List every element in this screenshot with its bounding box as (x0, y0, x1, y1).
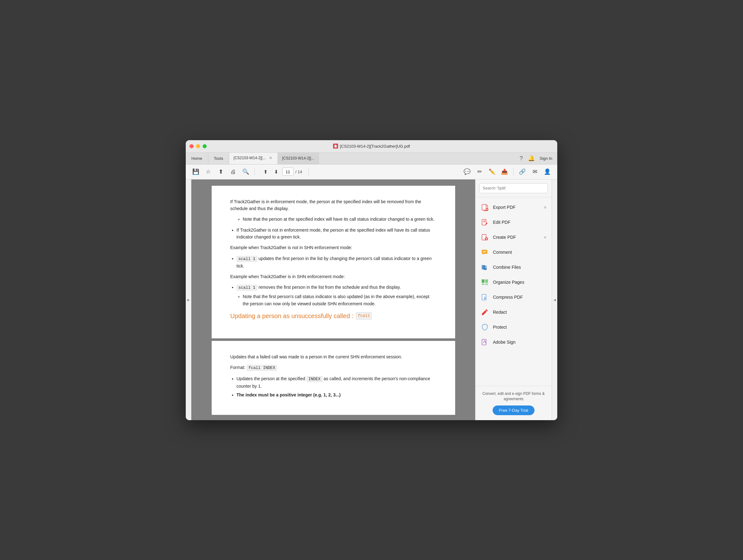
comment-tool-icon[interactable]: 💬 (462, 167, 472, 177)
right-panel-toggle[interactable]: ◀ (552, 179, 557, 420)
help-icon[interactable]: ? (520, 155, 523, 162)
pdf-format: Format: fcall INDEX (230, 364, 436, 372)
search-area (475, 179, 552, 197)
pdf-para-5: Updates that a failed call was made to a… (230, 353, 436, 360)
window-title: 📄 [CS2103-W14-2][Track2Gather]UG.pdf (333, 143, 410, 148)
svg-rect-11 (485, 284, 488, 285)
pdf-list-5: Updates the person at the specified INDE… (236, 375, 436, 399)
traffic-lights (189, 144, 207, 148)
pdf-page-1: If Track2Gather is in enforcement mode, … (212, 186, 455, 339)
highlight-tool-icon[interactable]: ✏️ (487, 167, 497, 177)
promo-text: Convert, edit and e-sign PDF forms & agr… (480, 391, 547, 402)
pdf-list-2: If Track2Gather is not in enforcement mo… (236, 227, 436, 241)
page-down-button[interactable]: ⬇ (272, 167, 280, 176)
export-pdf-item[interactable]: Export PDF ∨ (475, 200, 552, 215)
adobe-sign-label: Adobe Sign (493, 340, 515, 345)
compress-pdf-icon (480, 293, 489, 302)
list-item-text: removes the first person in the list fro… (259, 285, 401, 290)
redact-item[interactable]: Redact (475, 305, 552, 320)
save-icon[interactable]: 💾 (191, 167, 201, 177)
page-number-input[interactable] (282, 168, 294, 176)
combine-files-item[interactable]: Combine Files (475, 260, 552, 275)
sign-in-button[interactable]: Sign In (540, 156, 552, 161)
compress-pdf-label: Compress PDF (493, 295, 523, 300)
list-item: scall 1 updates the first person in the … (236, 255, 436, 269)
upload-icon[interactable]: ⬆ (216, 167, 226, 177)
svg-rect-0 (482, 205, 486, 210)
pdf-list-1: Note that the person at the specified in… (236, 216, 436, 223)
combine-files-icon (480, 263, 489, 271)
list-item: Note that the person at the specified in… (243, 216, 436, 223)
close-button[interactable] (189, 144, 193, 148)
page-up-button[interactable]: ⬆ (261, 167, 270, 176)
tab-close-button[interactable]: ✕ (268, 156, 273, 161)
organize-pages-item[interactable]: Organize Pages (475, 275, 552, 290)
protect-icon (480, 323, 489, 332)
pen-tool-icon[interactable]: ✏ (475, 167, 484, 177)
search-input[interactable] (479, 183, 548, 193)
comment-item[interactable]: Comment (475, 245, 552, 260)
svg-rect-10 (482, 284, 484, 285)
protect-item[interactable]: Protect (475, 320, 552, 335)
user-icon[interactable]: 👤 (542, 167, 552, 177)
redact-label: Redact (493, 310, 507, 315)
pdf-viewer[interactable]: If Track2Gather is in enforcement mode, … (191, 179, 475, 420)
stamp-tool-icon[interactable]: 📤 (499, 167, 510, 177)
svg-rect-8 (482, 279, 484, 283)
pdf-para-4: Example when Track2Gather is in SHN enfo… (230, 273, 436, 280)
promo-section: Convert, edit and e-sign PDF forms & agr… (475, 386, 552, 420)
list-item: scall 1 removes the first person in the … (236, 284, 436, 291)
svg-rect-9 (485, 279, 488, 283)
redact-icon (480, 308, 489, 316)
bookmark-icon[interactable]: ☆ (203, 167, 213, 177)
section-code: fcall (356, 312, 372, 320)
edit-pdf-item[interactable]: Edit PDF (475, 215, 552, 230)
search-icon[interactable]: 🔍 (241, 167, 251, 177)
notifications-icon[interactable]: 🔔 (528, 155, 535, 162)
svg-rect-5 (482, 250, 487, 254)
compress-pdf-item[interactable]: Compress PDF (475, 290, 552, 305)
trial-button[interactable]: Free 7-Day Trial (493, 405, 534, 415)
tab-bar-right: ? 🔔 Sign In (515, 153, 558, 164)
left-arrow-icon: ▶ (187, 298, 190, 302)
pdf-list-4: scall 1 removes the first person in the … (236, 284, 436, 307)
second-document-tab[interactable]: [CS2103-W14-2][... (278, 153, 319, 164)
minimize-button[interactable] (196, 144, 200, 148)
adobe-sign-item[interactable]: Adobe Sign (475, 335, 552, 350)
export-pdf-icon (480, 203, 489, 212)
toolbar-divider-3 (513, 168, 514, 175)
tools-tab[interactable]: Tools (208, 153, 229, 164)
edit-pdf-icon (480, 218, 489, 227)
comment-label: Comment (493, 250, 512, 255)
index-code: INDEX (307, 376, 322, 382)
tools-list: Export PDF ∨ Edit PDF (475, 197, 552, 352)
pdf-file-icon: 📄 (333, 143, 338, 148)
email-icon[interactable]: ✉ (530, 167, 540, 177)
format-code: fcall INDEX (247, 365, 277, 371)
pdf-page-2: Updates that a failed call was made to a… (212, 341, 455, 415)
pdf-para-1: If Track2Gather is in enforcement mode, … (230, 198, 436, 212)
section-heading: Updating a person as unsuccessfully call… (230, 311, 436, 321)
right-arrow-icon: ◀ (554, 298, 556, 302)
toolbar: 💾 ☆ ⬆ 🖨 🔍 ⬆ ⬇ / 14 💬 ✏ ✏️ 📤 🔗 ✉ 👤 (186, 165, 557, 179)
protect-label: Protect (493, 325, 507, 330)
pdf-list-3: scall 1 updates the first person in the … (236, 255, 436, 269)
create-pdf-icon (480, 233, 489, 242)
page-total: / 14 (295, 170, 302, 174)
tab-bar: Home Tools [CS2103-W14-2][... ✕ [CS2103-… (186, 153, 557, 165)
adobe-sign-icon (480, 338, 489, 346)
home-tab[interactable]: Home (186, 153, 208, 164)
left-panel-toggle[interactable]: ▶ (186, 179, 191, 420)
maximize-button[interactable] (203, 144, 207, 148)
list-item-text: updates the first person in the list by … (236, 256, 432, 268)
code-inline: scall 1 (236, 256, 258, 262)
toolbar-right: 💬 ✏ ✏️ 📤 🔗 ✉ 👤 (462, 167, 552, 177)
link-icon[interactable]: 🔗 (517, 167, 527, 177)
create-pdf-label: Create PDF (493, 235, 516, 240)
tab-nav: Home Tools (186, 153, 229, 164)
print-icon[interactable]: 🖨 (228, 167, 238, 177)
list-item: Note that the first person's call status… (243, 293, 436, 307)
create-pdf-item[interactable]: Create PDF ∨ (475, 230, 552, 245)
edit-pdf-label: Edit PDF (493, 220, 511, 225)
active-document-tab[interactable]: [CS2103-W14-2][... ✕ (229, 153, 278, 164)
